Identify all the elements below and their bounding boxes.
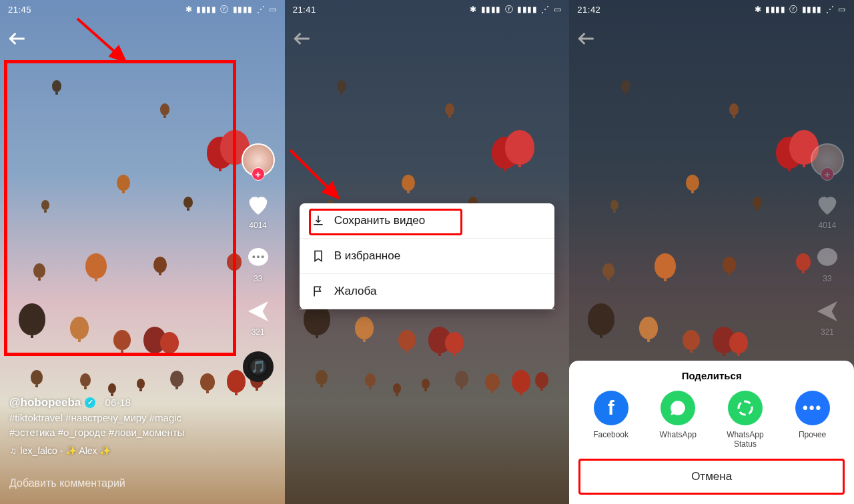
sound-disc[interactable]: 🎵 [243,351,274,382]
share-whatsapp[interactable]: WhatsApp [651,391,705,449]
wifi-icon: ⋰ [826,5,835,14]
bluetooth-icon: ✱ [755,5,762,14]
highlight-longpress-area [4,60,236,356]
back-button[interactable] [292,28,313,52]
add-comment[interactable]: Добавить комментарий [9,477,125,489]
clock: 21:45 [8,5,31,15]
whatsapp-status-icon [728,391,763,425]
post-date: · 06-18 [99,395,131,410]
author-avatar[interactable]: + [811,143,844,177]
music-row[interactable]: ♫ lex_falco - ✨ Alex ✨ [9,444,218,457]
svg-line-5 [290,150,338,198]
annotation-arrow-1 [77,19,137,75]
like-count: 4014 [249,221,267,230]
comment-button[interactable]: 33 [245,245,272,283]
verified-icon: ✓ [85,397,95,408]
battery-icon: ▭ [269,5,277,14]
caption[interactable]: #tiktoktravel #навстречу_миру #magic #эс… [9,411,218,440]
svg-point-1 [252,255,255,258]
comment-count: 33 [254,274,262,283]
comment-count: 33 [823,274,831,283]
whatsapp-icon [661,391,695,425]
menu-fav-label: В избранное [334,249,401,263]
wifi-icon: ⋰ [257,5,266,14]
facebook-icon: f [594,391,628,425]
signal-icon: ▮▮▮▮ [765,5,785,14]
music-text: lex_falco - ✨ Alex ✨ [21,444,111,457]
clock: 21:42 [577,5,600,15]
author-avatar[interactable]: + [242,143,275,177]
svg-point-6 [817,248,837,266]
svg-point-2 [257,255,260,258]
signal-icon: ▮▮▮▮ [481,5,501,14]
status-icons: ✱ ▮▮▮▮ ⓡ ▮▮▮▮ ⋰ ▭ [755,4,846,15]
follow-plus[interactable]: + [821,167,834,181]
phone-screen-2: 21:41 ✱ ▮▮▮▮ ⓡ ▮▮▮▮ ⋰ ▭ Сохранить видео … [285,0,570,504]
r-icon: ⓡ [789,4,798,15]
menu-report[interactable]: Жалоба [300,274,555,309]
music-note-icon: ♫ [9,444,17,457]
share-more[interactable]: ••• Прочее [786,391,839,449]
status-icons: ✱ ▮▮▮▮ ⓡ ▮▮▮▮ ⋰ ▭ [185,4,277,15]
share-wastatus-label: WhatsApp Status [719,431,772,449]
share-more-label: Прочее [799,431,826,449]
r-icon: ⓡ [220,4,229,15]
share-count: 321 [821,327,834,337]
phone-screen-1: 21:45 ✱ ▮▮▮▮ ⓡ ▮▮▮▮ ⋰ ▭ + 4014 33 321 🎵 [0,0,285,504]
action-rail: + 4014 33 321 [807,143,847,337]
signal-icon: ▮▮▮▮ [196,5,216,14]
share-cancel[interactable]: Отмена [578,459,845,495]
share-count: 321 [252,327,265,337]
action-rail: + 4014 33 321 🎵 [238,143,278,382]
clock: 21:41 [293,5,316,15]
back-button[interactable] [576,28,597,52]
share-facebook-label: Facebook [593,431,628,449]
share-sheet: Поделиться f Facebook WhatsApp WhatsApp … [569,361,854,504]
signal2-icon: ▮▮▮▮ [233,5,253,14]
comment-button[interactable]: 33 [814,245,841,283]
share-button[interactable]: 321 [814,298,841,337]
bluetooth-icon: ✱ [185,5,193,14]
signal2-icon: ▮▮▮▮ [802,5,822,14]
svg-line-4 [77,19,125,61]
status-bar: 21:41 ✱ ▮▮▮▮ ⓡ ▮▮▮▮ ⋰ ▭ [285,0,570,19]
highlight-save-option [309,209,462,235]
menu-report-label: Жалоба [334,285,377,298]
follow-plus[interactable]: + [252,167,265,181]
share-facebook[interactable]: f Facebook [584,391,638,449]
status-bar: 21:42 ✱ ▮▮▮▮ ⓡ ▮▮▮▮ ⋰ ▭ [569,0,854,19]
phone-screen-3: 21:42 ✱ ▮▮▮▮ ⓡ ▮▮▮▮ ⋰ ▭ + 4014 33 321 По [569,0,854,504]
bluetooth-icon: ✱ [470,5,477,14]
back-button[interactable] [7,28,28,52]
battery-icon: ▭ [838,5,846,14]
context-menu: Сохранить видео В избранное Жалоба [300,203,555,309]
svg-point-3 [261,255,264,258]
more-icon: ••• [795,391,830,425]
video-info: @hobopeeba ✓ · 06-18 #tiktoktravel #навс… [9,395,218,457]
menu-favorite[interactable]: В избранное [300,239,555,274]
like-button[interactable]: 4014 [814,191,841,230]
like-count: 4014 [819,221,837,230]
share-whatsapp-label: WhatsApp [660,431,697,449]
author-handle[interactable]: @hobopeeba [9,395,81,411]
signal2-icon: ▮▮▮▮ [517,5,537,14]
wifi-icon: ⋰ [541,5,550,14]
like-button[interactable]: 4014 [245,191,272,230]
share-whatsapp-status[interactable]: WhatsApp Status [719,391,772,449]
svg-point-7 [739,401,752,415]
status-bar: 21:45 ✱ ▮▮▮▮ ⓡ ▮▮▮▮ ⋰ ▭ [0,0,285,19]
share-title: Поделиться [569,370,854,381]
r-icon: ⓡ [505,4,514,15]
share-button[interactable]: 321 [245,298,272,337]
status-icons: ✱ ▮▮▮▮ ⓡ ▮▮▮▮ ⋰ ▭ [470,4,561,15]
battery-icon: ▭ [554,5,562,14]
